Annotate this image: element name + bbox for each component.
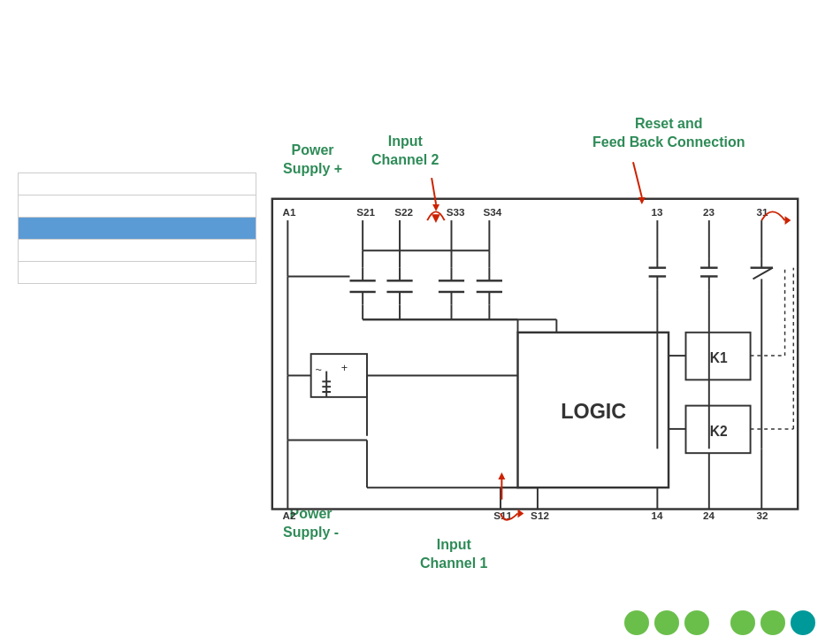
svg-text:32: 32 (756, 510, 768, 521)
svg-text:+: + (341, 362, 348, 374)
label-power-supply-plus: PowerSupply + (283, 142, 342, 179)
green-circle-4 (730, 610, 755, 635)
svg-text:S33: S33 (447, 206, 465, 218)
svg-text:S21: S21 (356, 206, 375, 218)
sidebar-item-why-safety[interactable] (19, 173, 256, 196)
sidebar-item-taking-mystery[interactable] (19, 240, 256, 262)
svg-marker-109 (518, 510, 524, 518)
svg-text:14: 14 (652, 510, 664, 521)
svg-text:13: 13 (652, 206, 664, 218)
svg-text:31: 31 (756, 206, 768, 218)
svg-text:~: ~ (316, 364, 322, 376)
svg-text:A2: A2 (283, 510, 296, 521)
label-reset-feedback: Reset andFeed Back Connection (592, 115, 745, 152)
sidebar-item-basic-safety-design[interactable] (19, 218, 256, 240)
svg-text:S34: S34 (484, 206, 502, 218)
svg-text:S22: S22 (394, 206, 413, 218)
relay-diagram: A1 S21 S22 S33 S34 13 23 31 A2 S11 S12 1… (261, 190, 809, 526)
sidebar-item-force-guided-relays[interactable] (19, 196, 256, 218)
svg-text:LOGIC: LOGIC (561, 400, 626, 423)
green-circle-3 (684, 610, 709, 635)
svg-text:24: 24 (703, 510, 715, 521)
svg-text:S12: S12 (531, 510, 549, 521)
svg-text:K1: K1 (710, 350, 728, 365)
sidebar-item-safety-bridge[interactable] (19, 262, 256, 283)
svg-text:K2: K2 (710, 424, 728, 439)
svg-text:23: 23 (703, 206, 715, 218)
branding-area (624, 610, 815, 635)
green-circle-1 (624, 610, 649, 635)
diagram-container: PowerSupply + InputChannel 2 Reset andFe… (256, 93, 817, 573)
green-circle-5 (760, 610, 785, 635)
svg-text:A1: A1 (283, 206, 296, 218)
green-circle-2 (654, 610, 679, 635)
teal-circle-1 (791, 610, 815, 635)
label-input-channel-2: InputChannel 2 (371, 133, 439, 170)
label-input-channel-1: InputChannel 1 (420, 536, 487, 573)
sidebar-nav (18, 172, 256, 284)
